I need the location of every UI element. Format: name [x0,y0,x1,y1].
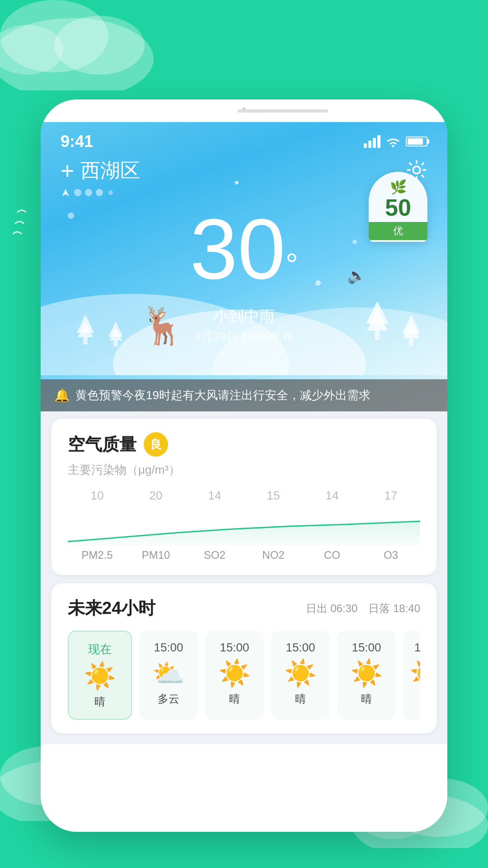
bg-cloud-top [0,0,172,92]
forecast-item-4: 15:00 ☀️ 晴 [337,631,396,720]
forecast-icon-4: ☀️ [350,660,383,686]
location-name: 西湖区 [80,157,140,184]
status-icons [364,135,427,148]
chart-label-2: SO2 [185,549,244,561]
forecast-header: 未来24小时 日出 06:30 日落 18:40 [68,597,420,620]
aq-card-title: 空气质量 [68,433,136,456]
forecast-card: 未来24小时 日出 06:30 日落 18:40 现在 ☀️ 晴 [52,583,436,733]
weather-date-text: 3月39日 14:00发布 [41,329,447,344]
forecast-condition-0: 晴 [94,694,105,709]
float-dot-2 [352,240,357,244]
aq-level-badge: 良 [144,432,168,457]
float-dot-1 [68,212,74,219]
float-dot-4 [235,181,239,184]
chart-val-4: 14 [303,489,361,503]
weather-condition-area: 小到中雨 3月39日 14:00发布 [41,306,447,344]
chart-line [68,505,420,546]
signal-bar-4 [377,135,380,148]
float-dot-3 [315,280,321,286]
nav-arrow-icon [61,188,70,198]
air-quality-card: 空气质量 良 主要污染物（μg/m³） 10 20 14 15 14 17 [52,419,436,575]
weather-header: 9:41 [41,122,447,411]
forecast-condition-1: 多云 [158,692,179,706]
location-dot-3 [96,189,103,196]
chart-label-3: NO2 [244,549,303,561]
svg-point-11 [413,166,420,174]
forecast-time-0: 现在 [88,642,112,657]
add-location-button[interactable]: + [61,159,74,183]
app-content: 9:41 [41,122,447,832]
forecast-title: 未来24小时 [68,597,155,620]
forecast-condition-4: 晴 [361,692,372,706]
chart-label-4: CO [303,549,361,561]
chart-svg-container [68,505,420,546]
status-bar: 9:41 [41,122,447,151]
aq-card-header: 空气质量 良 [68,432,420,457]
forecast-condition-3: 晴 [295,692,306,706]
location-dot-1 [74,189,81,196]
svg-point-2 [54,16,145,75]
forecast-item-5: 15:0 ☀️ 晴 [403,631,420,720]
forecast-item-3: 15:00 ☀️ 晴 [271,631,330,720]
forecast-time-5: 15:0 [414,641,420,655]
forecast-icon-1: ⛅ [152,660,185,686]
weather-condition-text: 小到中雨 [41,306,447,327]
chart-label-0: PM2.5 [68,549,127,561]
forecast-icon-0: ☀️ [84,663,116,689]
chart-val-5: 17 [361,489,420,503]
forecast-time-1: 15:00 [154,641,183,655]
signal-bar-2 [368,141,371,148]
status-time: 9:41 [61,132,93,151]
phone-frame: 9:41 [41,99,447,832]
forecast-sun-times: 日出 06:30 日落 18:40 [306,601,420,616]
aq-subtitle: 主要污染物（μg/m³） [68,462,420,478]
alert-banner: 🔔 黄色预警今夜19时起有大风请注出行安全，减少外出需求 [41,379,447,411]
alert-text: 黄色预警今夜19时起有大风请注出行安全，减少外出需求 [75,387,371,403]
forecast-items-row: 现在 ☀️ 晴 15:00 ⛅ 多云 15:00 ☀️ 晴 [68,631,420,720]
forecast-item-0: 现在 ☀️ 晴 [68,631,132,720]
chart-label-1: PM10 [127,549,185,561]
location-dot-4 [108,190,113,195]
chart-val-0: 10 [68,489,127,503]
wifi-icon [385,135,401,148]
forecast-time-2: 15:00 [220,641,249,655]
sunset-text: 日落 18:40 [368,601,420,616]
chart-values-row: 10 20 14 15 14 17 [68,489,420,503]
forecast-icon-2: ☀️ [218,660,251,686]
chart-val-3: 15 [244,489,303,503]
signal-bar-3 [373,138,376,148]
location-left: + 西湖区 [61,157,140,184]
forecast-item-2: 15:00 ☀️ 晴 [205,631,264,720]
forecast-icon-3: ☀️ [284,660,317,686]
location-dot-2 [85,189,92,196]
chart-val-2: 14 [185,489,244,503]
forecast-item-1: 15:00 ⛅ 多云 [139,631,198,720]
phone-speaker [238,109,328,113]
forecast-condition-2: 晴 [229,692,240,706]
chart-val-1: 20 [127,489,185,503]
aqi-leaf-icon: 🌿 [390,179,407,195]
forecast-icon-5: ☀️ [409,660,420,686]
chart-labels-row: PM2.5 PM10 SO2 NO2 CO O3 [68,549,420,561]
forecast-time-4: 15:00 [352,641,381,655]
forecast-time-3: 15:00 [286,641,315,655]
sunrise-text: 日出 06:30 [306,601,358,616]
signal-bar-1 [364,143,367,148]
chart-label-5: O3 [361,549,420,561]
alert-icon: 🔔 [54,388,70,403]
battery-icon [406,137,427,146]
signal-icon [364,135,380,148]
svg-point-10 [392,145,394,147]
cards-area: 空气质量 良 主要污染物（μg/m³） 10 20 14 15 14 17 [41,411,447,744]
